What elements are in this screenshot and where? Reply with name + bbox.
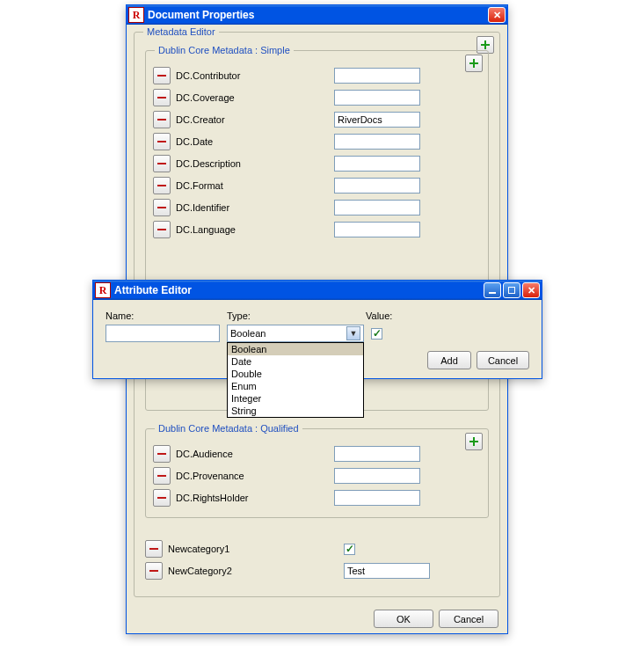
svg-rect-6 [157,119,166,121]
remove-button[interactable] [153,133,171,150]
type-dropdown-list: BooleanDateDoubleEnumIntegerString [227,342,364,418]
custom-label: Newcategory1 [168,544,344,554]
app-icon: R [95,282,111,298]
metadata-row: DC.Language [153,220,481,239]
type-selected-value: Boolean [230,328,266,339]
add-qualified-button[interactable] [465,433,483,450]
minimize-icon[interactable] [484,282,501,298]
custom-label: NewCategory2 [168,566,344,576]
ok-button[interactable]: OK [374,610,433,628]
metadata-value-input[interactable] [334,90,420,106]
name-input[interactable] [106,325,220,342]
remove-button[interactable] [145,540,163,558]
metadata-row: DC.Format [153,176,481,195]
svg-rect-15 [469,441,478,442]
type-option[interactable]: Double [228,368,363,380]
name-label: Name: [106,310,227,321]
svg-rect-1 [481,44,490,46]
metadata-value-input[interactable] [334,68,420,84]
close-icon[interactable] [522,282,540,298]
svg-rect-7 [157,141,166,142]
chevron-down-icon: ▼ [346,326,360,340]
metadata-value-input[interactable] [334,468,420,484]
svg-rect-18 [157,497,166,499]
metadata-value-input[interactable] [334,222,420,237]
metadata-value-input[interactable] [334,156,420,172]
svg-rect-10 [157,207,166,208]
custom-value-input[interactable] [344,563,430,579]
metadata-row: DC.Provenance [153,466,481,486]
metadata-label: DC.Audience [176,449,334,459]
metadata-row: DC.Contributor [153,66,481,85]
metadata-label: DC.Coverage [176,92,334,103]
svg-rect-4 [157,75,166,77]
metadata-value-input[interactable] [334,178,420,194]
metadata-row: DC.Audience [153,444,481,464]
svg-rect-17 [157,475,166,477]
metadata-editor-legend: Metadata Editor [143,26,219,37]
type-label: Type: [227,310,366,321]
svg-rect-8 [157,163,166,164]
svg-rect-3 [469,62,478,64]
metadata-label: DC.Format [176,180,334,191]
type-option[interactable]: String [228,405,363,417]
type-option[interactable]: Date [228,355,363,368]
type-option[interactable]: Integer [228,392,363,405]
type-option[interactable]: Boolean [228,343,363,355]
titlebar[interactable]: R Document Properties [127,5,507,25]
window-title: Document Properties [148,9,254,21]
remove-button[interactable] [153,221,171,238]
metadata-value-input[interactable] [334,112,420,128]
svg-rect-19 [149,548,158,550]
qualified-section-legend: Dublin Core Metadata : Qualified [155,423,302,434]
metadata-label: DC.Date [176,136,334,147]
custom-row: Newcategory1✓ [145,539,489,559]
close-icon[interactable] [488,7,506,23]
metadata-label: DC.Description [176,158,334,169]
remove-button[interactable] [153,89,171,106]
add-simple-button[interactable] [465,55,483,72]
remove-button[interactable] [153,67,171,84]
metadata-row: DC.RightsHolder [153,488,481,508]
type-option[interactable]: Enum [228,380,363,392]
metadata-label: DC.RightsHolder [176,493,334,503]
metadata-value-input[interactable] [334,446,420,462]
add-button[interactable]: Add [427,351,471,369]
metadata-label: DC.Provenance [176,471,334,481]
metadata-label: DC.Contributor [176,70,334,81]
metadata-row: DC.Coverage [153,88,481,107]
metadata-label: DC.Language [176,224,334,235]
svg-rect-11 [157,229,166,230]
remove-button[interactable] [145,562,163,580]
titlebar[interactable]: R Attribute Editor [93,281,542,300]
remove-button[interactable] [153,177,171,194]
custom-checkbox[interactable]: ✓ [344,544,355,555]
value-label: Value: [366,310,392,321]
svg-rect-5 [157,97,166,99]
metadata-value-input[interactable] [334,200,420,215]
custom-row: NewCategory2 [145,561,489,581]
remove-button[interactable] [153,445,171,463]
svg-rect-16 [157,453,166,455]
type-select[interactable]: Boolean ▼ [227,325,364,342]
maximize-icon[interactable] [503,282,520,298]
metadata-row: DC.Date [153,132,481,151]
value-checkbox[interactable]: ✓ [371,328,382,340]
remove-button[interactable] [153,155,171,172]
remove-button[interactable] [153,467,171,485]
remove-button[interactable] [153,489,171,507]
cancel-button[interactable]: Cancel [439,610,498,628]
cancel-button[interactable]: Cancel [477,351,529,369]
svg-rect-9 [157,185,166,186]
remove-button[interactable] [153,111,171,128]
metadata-label: DC.Identifier [176,202,334,213]
remove-button[interactable] [153,199,171,216]
qualified-section: Dublin Core Metadata : Qualified DC.Audi… [145,428,489,518]
svg-rect-20 [149,570,158,572]
metadata-row: DC.Description [153,154,481,173]
metadata-value-input[interactable] [334,134,420,150]
app-icon: R [128,7,144,23]
metadata-row: DC.Creator [153,110,481,129]
metadata-value-input[interactable] [334,490,420,506]
attribute-editor-window: R Attribute Editor Name: Type: Value: Bo… [92,280,542,379]
